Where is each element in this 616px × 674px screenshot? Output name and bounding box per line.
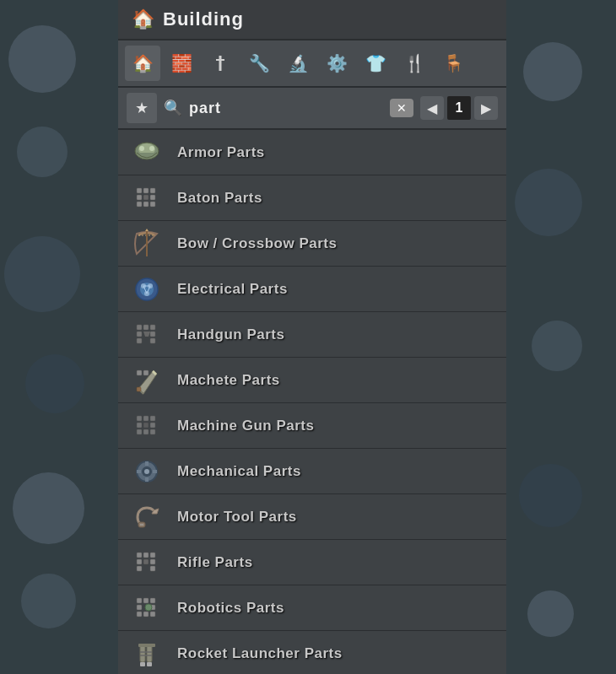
- tab-bio[interactable]: 🔬: [280, 46, 316, 81]
- svg-rect-34: [137, 387, 141, 391]
- list-item[interactable]: Baton Parts: [118, 175, 506, 221]
- favorites-button[interactable]: ★: [127, 93, 157, 123]
- svg-rect-69: [143, 612, 149, 617]
- search-icon: 🔍: [164, 99, 182, 117]
- list-item[interactable]: Machete Parts: [118, 358, 506, 403]
- list-item[interactable]: Mechanical Parts: [118, 449, 506, 494]
- tab-home[interactable]: 🏠: [125, 46, 160, 81]
- list-item[interactable]: Electrical Parts: [118, 267, 506, 312]
- svg-rect-36: [143, 370, 149, 375]
- svg-rect-6: [137, 188, 142, 193]
- svg-rect-8: [150, 188, 155, 193]
- svg-point-5: [149, 146, 154, 151]
- tab-food[interactable]: 🍴: [397, 46, 432, 81]
- svg-rect-28: [150, 325, 155, 330]
- svg-rect-38: [143, 416, 149, 421]
- tab-clothing[interactable]: 👕: [358, 46, 393, 81]
- svg-rect-61: [137, 566, 142, 571]
- robotics-parts-label: Robotics Parts: [177, 600, 284, 617]
- machine-gun-parts-label: Machine Gun Parts: [177, 418, 314, 434]
- list-item[interactable]: Armor Parts: [118, 130, 506, 175]
- svg-rect-78: [138, 644, 155, 647]
- electrical-parts-icon: [128, 271, 165, 308]
- svg-rect-35: [137, 370, 142, 375]
- handgun-parts-label: Handgun Parts: [177, 326, 284, 343]
- svg-rect-40: [137, 423, 142, 428]
- svg-rect-66: [137, 605, 142, 610]
- svg-rect-30: [150, 332, 155, 337]
- svg-rect-29: [137, 332, 142, 337]
- list-item[interactable]: Rifle Parts: [118, 540, 506, 585]
- category-tabs: 🏠 🧱 🔧 🔬 ⚙️ 👕 🍴 🪑: [118, 40, 506, 88]
- svg-rect-64: [143, 598, 149, 603]
- svg-rect-74: [140, 662, 145, 666]
- svg-rect-70: [150, 612, 155, 617]
- svg-rect-73: [147, 645, 152, 662]
- svg-rect-13: [143, 202, 149, 207]
- rifle-parts-icon: [128, 544, 165, 581]
- rocket-launcher-parts-label: Rocket Launcher Parts: [177, 645, 343, 662]
- svg-point-71: [145, 604, 152, 611]
- svg-rect-9: [137, 195, 142, 200]
- svg-rect-12: [137, 202, 142, 207]
- mechanical-parts-label: Mechanical Parts: [177, 463, 301, 480]
- electrical-parts-label: Electrical Parts: [177, 281, 288, 298]
- svg-rect-14: [150, 202, 155, 207]
- list-item[interactable]: Robotics Parts: [118, 585, 506, 631]
- svg-rect-39: [150, 416, 155, 421]
- list-item[interactable]: Machine Gun Parts: [118, 403, 506, 449]
- svg-rect-26: [137, 325, 142, 330]
- page-number: 1: [447, 96, 471, 120]
- svg-rect-41: [143, 423, 149, 428]
- baton-parts-label: Baton Parts: [177, 190, 262, 207]
- svg-rect-62: [150, 566, 155, 571]
- tab-gear[interactable]: ⚙️: [319, 46, 354, 81]
- baton-parts-icon: [128, 180, 165, 217]
- svg-rect-27: [143, 325, 149, 330]
- panel-title: Building: [163, 8, 244, 30]
- svg-rect-63: [137, 598, 142, 603]
- svg-rect-58: [137, 559, 142, 564]
- items-list: Armor Parts Baton Parts: [118, 130, 506, 674]
- list-item[interactable]: Bow / Crossbow Parts: [118, 221, 506, 267]
- machete-parts-label: Machete Parts: [177, 372, 280, 389]
- bow-crossbow-parts-label: Bow / Crossbow Parts: [177, 235, 337, 252]
- list-item[interactable]: Rocket Launcher Parts: [118, 631, 506, 674]
- motor-tool-parts-icon: [128, 499, 165, 536]
- motor-tool-parts-label: Motor Tool Parts: [177, 509, 297, 526]
- svg-rect-10: [143, 195, 149, 200]
- tab-ammo[interactable]: [203, 46, 238, 81]
- svg-rect-68: [137, 612, 142, 617]
- rocket-launcher-parts-icon: [128, 635, 165, 672]
- svg-rect-60: [150, 559, 155, 564]
- clear-icon: ✕: [397, 101, 407, 115]
- handgun-parts-icon: [128, 316, 165, 353]
- next-page-button[interactable]: ▶: [474, 96, 498, 120]
- svg-rect-51: [153, 470, 157, 473]
- rifle-parts-label: Rifle Parts: [177, 554, 253, 571]
- svg-rect-37: [137, 416, 142, 421]
- page-navigation: ◀ 1 ▶: [420, 96, 498, 120]
- title-bar: 🏠 Building: [118, 0, 506, 40]
- clear-search-button[interactable]: ✕: [390, 99, 413, 117]
- bow-crossbow-parts-icon: [128, 225, 165, 262]
- right-background: [506, 0, 616, 674]
- tab-furniture[interactable]: 🪑: [435, 46, 471, 81]
- tab-crafting[interactable]: 🧱: [164, 46, 199, 81]
- svg-rect-50: [137, 470, 141, 473]
- search-row: ★ 🔍 part ✕ ◀ 1 ▶: [118, 88, 506, 130]
- robotics-parts-icon: [128, 590, 165, 627]
- building-icon: 🏠: [132, 8, 154, 30]
- tab-tools[interactable]: 🔧: [241, 46, 277, 81]
- svg-rect-43: [137, 429, 142, 434]
- list-item[interactable]: Handgun Parts: [118, 312, 506, 358]
- svg-rect-65: [150, 598, 155, 603]
- svg-rect-59: [143, 559, 149, 564]
- svg-rect-57: [150, 553, 155, 558]
- prev-page-button[interactable]: ◀: [420, 96, 444, 120]
- svg-rect-7: [143, 188, 149, 193]
- search-query: part: [189, 100, 383, 117]
- list-item[interactable]: Motor Tool Parts: [118, 494, 506, 540]
- main-panel: 🏠 Building 🏠 🧱 🔧 🔬 ⚙️ 👕 🍴 🪑 ★ 🔍 part ✕ ◀…: [118, 0, 506, 674]
- svg-rect-55: [137, 553, 142, 558]
